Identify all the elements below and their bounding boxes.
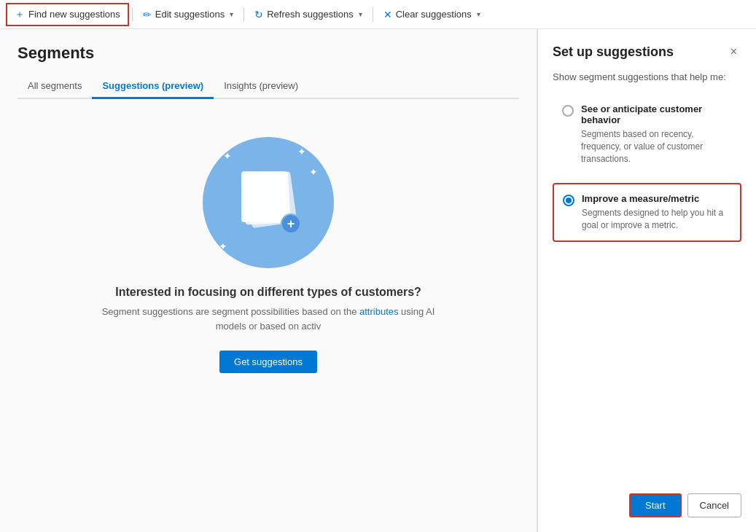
clear-icon: ✕ — [383, 9, 392, 20]
separator-2 — [243, 7, 244, 22]
cancel-button[interactable]: Cancel — [687, 493, 741, 517]
tab-suggestions-preview[interactable]: Suggestions (preview) — [92, 74, 214, 99]
panel-subtitle: Show segment suggestions that help me: — [553, 71, 741, 82]
separator-1 — [132, 7, 133, 22]
edit-icon: ✏ — [143, 9, 152, 20]
option-metric-label: Improve a measure/metric — [582, 193, 731, 204]
sparkle-icon-3: ✦ — [219, 240, 227, 252]
page-title: Segments — [17, 44, 519, 63]
edit-suggestions-button[interactable]: ✏ Edit suggestions ▾ — [136, 5, 241, 24]
radio-behavior[interactable] — [562, 105, 574, 117]
toolbar: ＋ Find new suggestions ✏ Edit suggestion… — [0, 0, 756, 29]
plus-icon: ＋ — [15, 8, 25, 21]
option-behavior-card[interactable]: See or anticipate customer behavior Segm… — [553, 94, 741, 174]
start-button[interactable]: Start — [629, 493, 681, 517]
illustration: ✦ ✦ ✦ ✦ + — [203, 137, 334, 268]
center-content: ✦ ✦ ✦ ✦ + — [17, 122, 519, 373]
radio-metric[interactable] — [563, 195, 574, 206]
panel-header: Set up suggestions × — [553, 44, 741, 60]
sparkle-icon-1: ✦ — [223, 150, 232, 162]
tabs-bar: All segments Suggestions (preview) Insig… — [17, 74, 519, 99]
separator-3 — [373, 7, 373, 22]
option-behavior-label: See or anticipate customer behavior — [581, 103, 732, 125]
option-behavior-text: See or anticipate customer behavior Segm… — [581, 103, 732, 165]
sparkle-icon-2: ✦ — [297, 146, 306, 157]
option-metric-text: Improve a measure/metric Segments design… — [582, 193, 731, 232]
find-new-suggestions-button[interactable]: ＋ Find new suggestions — [6, 3, 129, 26]
close-panel-button[interactable]: × — [726, 44, 741, 60]
edit-chevron-icon: ▾ — [230, 10, 233, 18]
center-title: Interested in focusing on different type… — [115, 286, 421, 299]
panel-footer: Start Cancel — [553, 493, 741, 517]
panel-title: Set up suggestions — [553, 44, 674, 60]
option-metric-desc: Segments designed to help you hit a goal… — [582, 207, 731, 232]
get-suggestions-button[interactable]: Get suggestions — [219, 351, 317, 373]
tab-insights-preview[interactable]: Insights (preview) — [214, 74, 308, 99]
center-desc: Segment suggestions are segment possibil… — [86, 305, 451, 333]
option-metric-card[interactable]: Improve a measure/metric Segments design… — [553, 183, 741, 242]
refresh-chevron-icon: ▾ — [359, 10, 362, 18]
add-icon: + — [281, 214, 301, 234]
option-behavior-desc: Segments based on recency, frequency, or… — [581, 128, 732, 165]
refresh-suggestions-button[interactable]: ↻ Refresh suggestions ▾ — [247, 5, 370, 24]
sparkle-icon-4: ✦ — [309, 166, 318, 178]
right-panel: Set up suggestions × Show segment sugges… — [537, 29, 756, 532]
main-layout: Segments All segments Suggestions (previ… — [0, 29, 756, 532]
left-panel: Segments All segments Suggestions (previ… — [0, 29, 537, 532]
tab-all-segments[interactable]: All segments — [17, 74, 92, 99]
clear-suggestions-button[interactable]: ✕ Clear suggestions ▾ — [376, 5, 488, 24]
clear-chevron-icon: ▾ — [477, 10, 480, 18]
refresh-icon: ↻ — [254, 9, 263, 20]
